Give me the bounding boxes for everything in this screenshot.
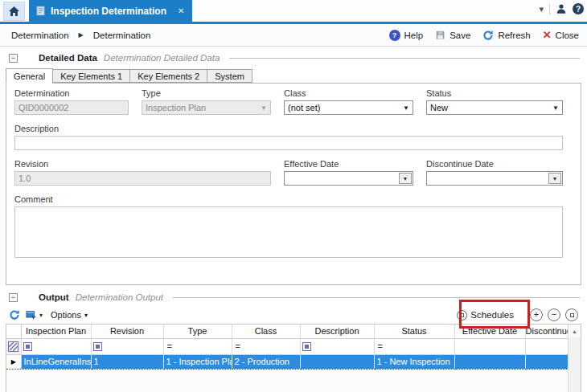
col-status[interactable]: Status — [374, 325, 454, 338]
breadcrumb-item-determination[interactable]: Determination — [11, 31, 69, 40]
row-selector-cell[interactable]: ▶ — [6, 354, 21, 369]
col-class[interactable]: Class — [232, 325, 300, 338]
row-selector-header — [6, 325, 21, 338]
filter-type-icon[interactable] — [93, 342, 102, 351]
breadcrumb-arrow-icon: ▶ — [79, 31, 84, 39]
filter-type-icon[interactable] — [302, 342, 311, 351]
tab-key-elements-1[interactable]: Key Elements 1 — [53, 69, 130, 83]
calendar-dropdown-icon[interactable]: ▼ — [548, 173, 561, 184]
col-inspection-plan[interactable]: Inspection Plan — [21, 325, 91, 338]
detail-row-button[interactable] — [565, 308, 578, 321]
equals-filter-icon[interactable]: = — [166, 341, 172, 351]
refresh-button[interactable]: Refresh — [482, 30, 530, 41]
breadcrumb: Determination ▶ Determination — [11, 31, 150, 40]
cell-inspection-plan[interactable]: InLineGeneralIns — [21, 354, 91, 369]
collapse-icon[interactable]: − — [9, 293, 18, 302]
cell-effective-date[interactable] — [454, 354, 525, 369]
window-tab-bar: Inspection Determination ✕ ▾ ? — [0, 0, 587, 22]
general-tab-panel: Determination Type Inspection Plan ▼ Cla… — [6, 83, 581, 285]
section-title: Output — [39, 292, 69, 302]
equals-filter-icon[interactable]: = — [376, 341, 383, 351]
class-dropdown[interactable]: (not set) ▼ — [284, 100, 413, 115]
help-button[interactable]: ? Help — [389, 30, 424, 41]
add-row-button[interactable]: + — [530, 308, 543, 321]
class-field-group: Class (not set) ▼ — [284, 88, 413, 115]
status-dropdown[interactable]: New ▼ — [426, 100, 563, 115]
col-effective-date[interactable]: Effective Date — [454, 325, 525, 338]
breadcrumb-item-determination-2[interactable]: Determination — [93, 31, 151, 40]
description-field-group: Description — [14, 124, 563, 150]
type-label: Type — [142, 88, 271, 98]
determination-field-group: Determination — [14, 88, 129, 115]
revision-label: Revision — [14, 159, 271, 169]
tab-system[interactable]: System — [207, 69, 252, 83]
filter-description[interactable] — [300, 338, 374, 354]
status-label: Status — [426, 88, 563, 98]
user-icon[interactable] — [556, 3, 567, 14]
discontinue-date-picker[interactable]: ▼ — [426, 171, 563, 186]
col-discontinue-date[interactable]: Discontinue Dat — [525, 325, 568, 338]
divider — [229, 58, 580, 59]
cell-revision[interactable]: 1 — [91, 354, 163, 369]
vertical-scrollbar[interactable]: ▲ — [568, 325, 581, 392]
schedules-button[interactable]: Schedules — [457, 310, 514, 321]
collapse-icon[interactable]: − — [9, 54, 18, 63]
divider — [549, 4, 550, 14]
chevron-down-icon[interactable]: ▾ — [539, 4, 544, 14]
tab-general[interactable]: General — [6, 68, 53, 84]
cell-discontinue-date[interactable] — [525, 354, 568, 369]
grid-data-row-selected[interactable]: ▶ InLineGeneralIns 1 1 - Inspection Plan… — [6, 354, 568, 369]
class-label: Class — [284, 88, 413, 98]
cell-class[interactable]: 2 - Production — [232, 354, 300, 369]
col-type[interactable]: Type — [163, 325, 232, 338]
comment-label: Comment — [14, 194, 563, 204]
revision-field-group: Revision — [14, 159, 271, 186]
filter-type-icon[interactable] — [23, 342, 32, 351]
save-button[interactable]: Save — [435, 30, 470, 40]
description-label: Description — [14, 124, 563, 133]
col-description[interactable]: Description — [300, 325, 374, 338]
tab-close-icon[interactable]: ✕ — [178, 6, 184, 15]
cell-status[interactable]: 1 - New Inspection — [374, 354, 454, 369]
remove-row-button[interactable]: − — [548, 308, 560, 321]
comment-field[interactable] — [14, 206, 563, 258]
close-button[interactable]: ✕ Close — [543, 31, 579, 40]
type-field-group: Type Inspection Plan ▼ — [142, 88, 271, 115]
help-icon[interactable]: ? — [573, 3, 584, 14]
cell-type[interactable]: 1 - Inspection Plan — [163, 354, 232, 369]
tab-key-elements-2[interactable]: Key Elements 2 — [130, 69, 207, 83]
equals-filter-icon[interactable]: = — [234, 341, 240, 351]
output-grid: Inspection Plan Revision Type Class Desc… — [6, 324, 581, 392]
comment-field-group: Comment — [14, 194, 563, 259]
divider — [173, 297, 580, 298]
refresh-icon — [482, 30, 494, 41]
filter-revision[interactable] — [91, 338, 163, 354]
refresh-grid-icon[interactable] — [9, 309, 20, 321]
scroll-up-icon[interactable]: ▲ — [569, 325, 581, 337]
cell-description[interactable] — [300, 354, 374, 369]
filter-effective-date[interactable] — [454, 338, 525, 354]
grid-settings-icon[interactable] — [26, 309, 37, 321]
home-button[interactable] — [3, 2, 25, 21]
help-circle-icon: ? — [389, 30, 400, 41]
home-icon — [8, 6, 20, 17]
clear-filters-cell[interactable] — [6, 338, 21, 354]
col-revision[interactable]: Revision — [91, 325, 163, 338]
effective-date-picker[interactable]: ▼ — [284, 171, 413, 186]
filter-status[interactable]: = — [374, 338, 454, 354]
filter-inspection-plan[interactable] — [21, 338, 91, 354]
detail-tabs: General Key Elements 1 Key Elements 2 Sy… — [6, 67, 581, 83]
section-subtitle: Determination Output — [76, 292, 163, 302]
description-field[interactable] — [14, 136, 563, 150]
chevron-down-icon[interactable]: ▾ — [39, 312, 43, 319]
breadcrumb-bar: Determination ▶ Determination ? Help Sav… — [0, 24, 587, 47]
filter-discontinue-date[interactable] — [525, 338, 568, 354]
chevron-down-icon: ▼ — [403, 104, 409, 112]
section-subtitle: Determination Detailed Data — [104, 53, 220, 63]
filter-class[interactable]: = — [232, 338, 300, 354]
schedules-icon — [457, 310, 467, 321]
options-menu-button[interactable]: Options ▾ — [51, 310, 88, 320]
calendar-dropdown-icon[interactable]: ▼ — [399, 173, 412, 184]
tab-inspection-determination[interactable]: Inspection Determination ✕ — [29, 0, 192, 22]
filter-type[interactable]: = — [163, 338, 232, 354]
